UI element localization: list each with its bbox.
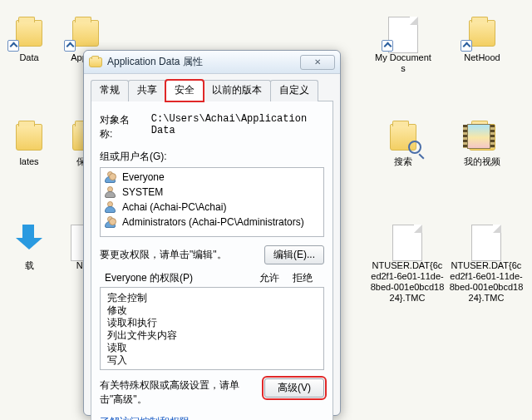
search-icon — [408, 141, 421, 154]
desktop-icon-label: 载 — [0, 260, 58, 271]
edit-button[interactable]: 编辑(E)... — [264, 245, 324, 264]
desktop-icon[interactable]: lates — [0, 121, 58, 167]
tab-security[interactable]: 安全 — [165, 80, 204, 101]
group-name: Administrators (Achai-PC\Administrators) — [122, 216, 304, 228]
shortcut-icon — [64, 40, 76, 52]
group-name: SYSTEM — [122, 186, 163, 198]
advanced-hint: 有关特殊权限或高级设置，请单击"高级"。 — [100, 378, 258, 407]
desktop-icon-label: NetHood — [453, 52, 511, 63]
tab-custom[interactable]: 自定义 — [270, 80, 318, 101]
permission-item: 读取和执行 — [107, 316, 317, 329]
permission-item: 写入 — [107, 353, 317, 366]
download-icon — [22, 225, 34, 241]
desktop-icon-label: lates — [0, 156, 58, 167]
properties-dialog: Application Data 属性 常规 共享 安全 以前的版本 自定义 对… — [83, 50, 341, 416]
permission-item: 列出文件夹内容 — [107, 329, 317, 341]
group-name: Everyone — [122, 171, 165, 183]
users-icon — [104, 170, 117, 184]
tab-share[interactable]: 共享 — [128, 80, 166, 101]
shortcut-icon — [461, 40, 472, 52]
video-icon — [467, 124, 490, 149]
tab-general[interactable]: 常规 — [91, 80, 129, 101]
users-icon — [104, 215, 117, 229]
tab-strip: 常规 共享 安全 以前的版本 自定义 — [91, 79, 333, 101]
desktop-icon[interactable]: NTUSER.DAT{6ced2f1-6e01-11de-8bed-001e0b… — [449, 225, 524, 304]
dialog-title: Application Data 属性 — [107, 55, 300, 69]
groups-listbox[interactable]: Everyone SYSTEM Achai (Achai-PC\Achai) A… — [100, 167, 324, 237]
group-item[interactable]: Administrators (Achai-PC\Administrators) — [104, 215, 320, 230]
permission-item: 修改 — [107, 304, 317, 316]
permission-item: 读取 — [107, 341, 317, 353]
desktop-icon[interactable]: NetHood — [453, 17, 511, 63]
desktop-icon[interactable]: 载 — [0, 225, 58, 271]
user-icon — [104, 200, 117, 214]
advanced-button[interactable]: 高级(V) — [264, 378, 324, 398]
permissions-label: Everyone 的权限(P) — [105, 271, 253, 285]
permissions-listbox[interactable]: 完全控制 修改 读取和执行 列出文件夹内容 读取 写入 — [100, 287, 324, 370]
desktop-icon-label: NTUSER.DAT{6ced2f1-6e01-11de-8bed-001e0b… — [449, 260, 524, 304]
shortcut-icon — [382, 40, 393, 52]
desktop-icon[interactable]: 我的视频 — [453, 121, 511, 167]
desktop-icon-label: Data — [0, 52, 58, 63]
desktop-icon-label: My Documents — [374, 52, 432, 74]
titlebar[interactable]: Application Data 属性 — [84, 51, 340, 74]
group-item[interactable]: Achai (Achai-PC\Achai) — [104, 200, 320, 215]
shortcut-icon — [7, 40, 19, 52]
edit-hint: 要更改权限，请单击"编辑"。 — [100, 248, 227, 262]
deny-header: 拒绝 — [286, 271, 319, 285]
desktop-icon[interactable]: My Documents — [374, 17, 432, 74]
group-item[interactable]: SYSTEM — [104, 185, 320, 200]
security-panel: 对象名称: C:\Users\Achai\Application Data 组或… — [91, 101, 333, 420]
desktop-icon-label: NTUSER.DAT{6ced2f1-6e01-11de-8bed-001e0b… — [370, 260, 445, 304]
system-icon — [104, 185, 117, 199]
object-name-value: C:\Users\Achai\Application Data — [151, 113, 324, 141]
tab-previous-versions[interactable]: 以前的版本 — [203, 80, 271, 101]
group-name: Achai (Achai-PC\Achai) — [122, 201, 226, 213]
groups-label: 组或用户名(G): — [100, 150, 324, 164]
folder-icon — [89, 56, 102, 69]
allow-header: 允许 — [253, 271, 286, 285]
desktop-icon[interactable]: NTUSER.DAT{6ced2f1-6e01-11de-8bed-001e0b… — [370, 225, 445, 304]
group-item[interactable]: Everyone — [104, 170, 320, 185]
close-button[interactable] — [300, 55, 335, 70]
permission-item: 完全控制 — [107, 291, 317, 304]
desktop-icon-label: 我的视频 — [453, 156, 511, 167]
desktop-icon[interactable]: 搜索 — [374, 121, 432, 167]
help-link[interactable]: 了解访问控制和权限 — [100, 415, 190, 420]
desktop-icon[interactable]: Data — [0, 17, 58, 63]
object-name-label: 对象名称: — [100, 113, 140, 141]
